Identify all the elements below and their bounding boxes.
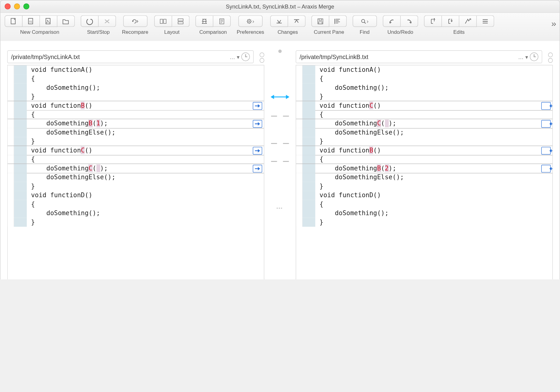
left-pane: /private/tmp/SyncLinkA.txt … ▾ void func… xyxy=(0,41,271,279)
comparison-report-button[interactable] xyxy=(213,16,231,27)
code-line[interactable]: } xyxy=(296,218,552,227)
code-line[interactable]: { xyxy=(8,200,264,209)
code-line[interactable]: } xyxy=(296,182,552,191)
edit-insert-button[interactable] xyxy=(424,16,442,27)
code-line[interactable]: { xyxy=(296,74,552,83)
code-line[interactable]: doSomething(); xyxy=(296,209,552,218)
minimize-icon[interactable] xyxy=(14,3,20,9)
code-line[interactable]: void functionD() xyxy=(8,191,264,200)
left-path-field[interactable]: /private/tmp/SyncLinkA.txt … ▾ xyxy=(7,51,254,63)
recompare-button[interactable] xyxy=(123,16,147,27)
merge-left-button[interactable] xyxy=(541,165,551,173)
left-path-menu[interactable]: … ▾ xyxy=(229,54,240,60)
code-line[interactable]: doSomethingB(2); xyxy=(296,164,552,173)
code-line[interactable]: doSomethingC( ); xyxy=(296,119,552,128)
toolbar-group-layout: Layout xyxy=(154,16,190,35)
toolbar-label: Preferences xyxy=(237,29,264,35)
svg-rect-8 xyxy=(178,22,183,24)
next-change-button[interactable] xyxy=(288,16,305,27)
window-title: SyncLinkA.txt, SyncLinkB.txt – Araxis Me… xyxy=(0,3,559,10)
svg-rect-22 xyxy=(319,22,322,24)
new-folder-compare-button[interactable] xyxy=(57,16,75,27)
toolbar-label: Start/Stop xyxy=(87,29,110,35)
history-icon[interactable] xyxy=(241,53,250,61)
code-line[interactable]: void functionC() xyxy=(8,146,264,155)
merge-right-button[interactable] xyxy=(253,165,262,173)
edit-delete-button[interactable] xyxy=(442,16,459,27)
code-line[interactable]: void functionC() xyxy=(296,101,552,110)
code-line[interactable]: doSomethingElse(); xyxy=(8,173,264,182)
edit-replace-button[interactable] xyxy=(459,16,477,27)
code-line[interactable]: } xyxy=(8,137,264,146)
merge-right-button[interactable] xyxy=(253,102,262,110)
code-line[interactable]: { xyxy=(8,155,264,164)
code-line[interactable]: void functionA() xyxy=(8,65,264,74)
save-pane-button[interactable] xyxy=(311,16,329,27)
edit-menu-button[interactable] xyxy=(477,16,494,27)
right-path-menu[interactable]: … ▾ xyxy=(518,54,528,60)
merge-left-button[interactable] xyxy=(541,120,551,128)
link-line-icon xyxy=(271,160,289,163)
toolbar-group-start-stop: Start/Stop xyxy=(81,16,116,35)
right-path-text: /private/tmp/SyncLinkB.txt xyxy=(299,53,516,60)
code-line[interactable]: void functionB() xyxy=(8,101,264,110)
link-arrow-icon[interactable] xyxy=(271,96,289,97)
code-line[interactable]: } xyxy=(296,137,552,146)
preferences-button[interactable] xyxy=(238,16,263,27)
code-line[interactable]: doSomethingB(1); xyxy=(8,119,264,128)
right-editor[interactable]: void functionA(){ doSomething();}void fu… xyxy=(296,65,553,279)
close-icon[interactable] xyxy=(5,3,11,9)
toolbar-group-undo-redo: Undo/Redo xyxy=(383,16,418,35)
toolbar-overflow-icon[interactable]: ›› xyxy=(551,19,555,29)
find-button[interactable] xyxy=(352,16,377,27)
svg-point-23 xyxy=(362,19,365,23)
merge-left-button[interactable] xyxy=(541,147,551,155)
code-line[interactable]: doSomethingElse(); xyxy=(8,128,264,137)
start-button[interactable] xyxy=(81,16,99,27)
code-line[interactable]: { xyxy=(296,110,552,119)
new-binary-compare-button[interactable]: 01 xyxy=(23,16,40,27)
prev-change-button[interactable] xyxy=(270,16,288,27)
layout-horizontal-button[interactable] xyxy=(154,16,172,27)
svg-rect-6 xyxy=(164,19,166,23)
code-line[interactable]: doSomething(); xyxy=(296,83,552,92)
svg-text:01: 01 xyxy=(29,20,32,23)
merge-right-button[interactable] xyxy=(253,120,262,128)
undo-button[interactable] xyxy=(383,16,401,27)
merge-left-button[interactable] xyxy=(541,102,551,110)
history-icon[interactable] xyxy=(530,53,538,61)
redo-button[interactable] xyxy=(401,16,418,27)
stop-button[interactable] xyxy=(99,16,116,27)
layout-vertical-button[interactable] xyxy=(172,16,189,27)
code-line[interactable]: doSomethingElse(); xyxy=(296,173,552,182)
code-line[interactable]: } xyxy=(8,218,264,227)
link-line-icon xyxy=(271,114,289,118)
toolbar: 01 New Comparison Start/Stop Recompare xyxy=(0,13,559,44)
new-image-compare-button[interactable] xyxy=(40,16,57,27)
new-text-compare-button[interactable] xyxy=(5,16,23,27)
code-line[interactable]: { xyxy=(8,110,264,119)
code-line[interactable]: { xyxy=(296,155,552,164)
maximize-icon[interactable] xyxy=(23,3,30,9)
toolbar-group-preferences: Preferences xyxy=(237,16,264,35)
edit-pane-button[interactable] xyxy=(329,16,347,27)
code-line[interactable]: } xyxy=(296,92,552,101)
code-line[interactable]: void functionA() xyxy=(296,65,552,74)
code-line[interactable]: } xyxy=(8,92,264,101)
merge-right-button[interactable] xyxy=(253,147,262,155)
code-line[interactable]: doSomethingElse(); xyxy=(296,128,552,137)
code-line[interactable]: doSomething(); xyxy=(8,83,264,92)
code-line[interactable]: doSomething(); xyxy=(8,209,264,218)
comparison-summary-button[interactable] xyxy=(195,16,213,27)
code-line[interactable]: void functionD() xyxy=(296,191,552,200)
right-path-field[interactable]: /private/tmp/SyncLinkB.txt … ▾ xyxy=(296,51,542,63)
toolbar-group-edits: Edits xyxy=(424,16,494,35)
code-line[interactable]: { xyxy=(296,200,552,209)
code-line[interactable]: doSomethingC( ); xyxy=(8,164,264,173)
window-controls xyxy=(5,3,29,9)
toolbar-group-new-comparison: 01 New Comparison xyxy=(5,16,75,35)
code-line[interactable]: { xyxy=(8,74,264,83)
code-line[interactable]: void functionB() xyxy=(296,146,552,155)
left-editor[interactable]: void functionA(){ doSomething();}void fu… xyxy=(7,65,264,279)
code-line[interactable]: } xyxy=(8,182,264,191)
